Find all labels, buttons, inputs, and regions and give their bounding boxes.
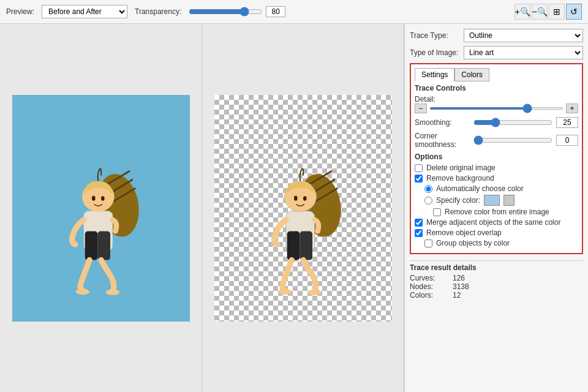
auto-color-radio[interactable] xyxy=(424,185,432,193)
before-image-svg xyxy=(40,113,162,303)
preview-area xyxy=(0,24,404,392)
smoothing-slider[interactable] xyxy=(473,118,552,127)
merge-adjacent-checkbox[interactable] xyxy=(415,219,423,227)
toolbar-icon-group: +🔍 −🔍 ⊞ ↺ xyxy=(514,4,582,20)
specify-color-label: Specify color: xyxy=(436,196,480,205)
app-container: Preview: Before and After Before After S… xyxy=(0,0,588,392)
remove-overlap-label: Remove object overlap xyxy=(426,228,502,237)
result-row-nodes: Nodes: 3138 xyxy=(410,282,583,291)
svg-rect-18 xyxy=(287,231,300,260)
after-image-container xyxy=(214,95,392,322)
toolbar: Preview: Before and After Before After S… xyxy=(0,0,588,24)
tab-settings[interactable]: Settings xyxy=(415,68,454,81)
type-of-image-row: Type of Image: Line art Technical drawin… xyxy=(410,46,583,59)
remove-color-entire-row: Remove color from entire image xyxy=(433,208,578,216)
remove-color-entire-checkbox[interactable] xyxy=(433,208,441,216)
colors-key: Colors: xyxy=(410,291,447,300)
options-section: Options Delete original image Remove bac… xyxy=(415,153,578,247)
remove-overlap-row: Remove object overlap xyxy=(415,228,578,237)
delete-original-label: Delete original image xyxy=(426,164,496,172)
transparency-slider[interactable] xyxy=(189,7,262,17)
specify-color-row: Specify color: xyxy=(424,195,578,206)
group-by-color-checkbox[interactable] xyxy=(424,239,432,247)
merge-adjacent-label: Merge adjacent objects of the same color xyxy=(426,218,560,227)
svg-point-9 xyxy=(91,196,95,201)
nodes-key: Nodes: xyxy=(410,282,447,291)
remove-background-row: Remove background xyxy=(415,174,578,183)
specify-color-radio[interactable] xyxy=(424,197,432,205)
reset-button[interactable]: ↺ xyxy=(566,4,582,20)
preview-after xyxy=(202,24,404,392)
svg-point-23 xyxy=(277,288,292,294)
type-of-image-label: Type of Image: xyxy=(410,48,459,57)
after-image-svg xyxy=(242,113,364,303)
tab-row: Settings Colors xyxy=(415,68,578,81)
remove-background-label: Remove background xyxy=(426,174,494,183)
corner-smoothness-slider[interactable] xyxy=(473,135,552,145)
remove-color-entire-label: Remove color from entire image xyxy=(445,208,549,216)
svg-point-24 xyxy=(307,289,322,295)
trace-type-label: Trace Type: xyxy=(410,31,459,40)
transparency-control xyxy=(189,6,285,17)
preview-before xyxy=(0,24,202,392)
delete-original-checkbox[interactable] xyxy=(415,164,423,172)
transparency-value-input[interactable] xyxy=(266,6,285,17)
preview-select[interactable]: Before and After Before After Split xyxy=(42,5,127,18)
trace-type-select[interactable]: Outline Centerline Inpaint xyxy=(464,29,583,42)
remove-background-checkbox[interactable] xyxy=(415,175,423,183)
svg-rect-6 xyxy=(85,231,97,260)
zoom-out-button[interactable]: −🔍 xyxy=(532,4,548,20)
corner-smoothness-label: Corner smoothness: xyxy=(415,132,470,149)
group-by-color-label: Group objects by color xyxy=(436,239,510,247)
group-by-color-row: Group objects by color xyxy=(424,239,578,247)
smoothing-value-input[interactable] xyxy=(556,117,578,128)
detail-section: Detail: − + xyxy=(415,95,578,113)
curves-key: Curves: xyxy=(410,274,447,282)
result-row-curves: Curves: 126 xyxy=(410,274,583,282)
result-row-colors: Colors: 12 xyxy=(410,291,583,300)
remove-overlap-checkbox[interactable] xyxy=(415,229,423,237)
corner-smoothness-row: Corner smoothness: xyxy=(415,132,578,149)
color-swatch-blue[interactable] xyxy=(484,195,500,206)
detail-minus-button[interactable]: − xyxy=(415,104,427,113)
detail-plus-button[interactable]: + xyxy=(566,104,578,113)
detail-row: − + xyxy=(415,104,578,113)
nodes-value: 3138 xyxy=(453,282,469,291)
right-panel: Trace Type: Outline Centerline Inpaint T… xyxy=(404,24,588,392)
curves-value: 126 xyxy=(453,274,465,282)
trace-controls-title: Trace Controls xyxy=(415,84,578,92)
trace-result-section: Trace result details Curves: 126 Nodes: … xyxy=(410,260,583,300)
transparency-label: Transparency: xyxy=(135,7,181,16)
detail-slider[interactable] xyxy=(429,107,564,110)
options-title: Options xyxy=(415,153,578,161)
preview-label: Preview: xyxy=(6,7,34,16)
delete-original-row: Delete original image xyxy=(415,164,578,172)
color-swatch-gray[interactable] xyxy=(503,195,514,206)
svg-point-21 xyxy=(293,196,297,201)
smoothing-label: Smoothing: xyxy=(415,118,470,127)
auto-color-row: Automatically choose color xyxy=(424,184,578,193)
svg-point-10 xyxy=(101,196,105,201)
zoom-in-button[interactable]: +🔍 xyxy=(514,4,530,20)
svg-rect-19 xyxy=(300,231,312,260)
trace-type-row: Trace Type: Outline Centerline Inpaint xyxy=(410,29,583,42)
corner-smoothness-value-input[interactable] xyxy=(556,135,578,146)
detail-label: Detail: xyxy=(415,95,578,104)
svg-rect-7 xyxy=(97,231,110,260)
auto-color-label: Automatically choose color xyxy=(436,184,524,193)
fit-button[interactable]: ⊞ xyxy=(549,4,565,20)
tab-colors[interactable]: Colors xyxy=(454,68,489,81)
svg-point-12 xyxy=(105,289,119,295)
type-of-image-select[interactable]: Line art Technical drawing Artwork (Blac… xyxy=(464,46,583,59)
trace-result-title: Trace result details xyxy=(410,263,583,272)
colors-value: 12 xyxy=(453,291,461,300)
content-area: Trace Type: Outline Centerline Inpaint T… xyxy=(0,24,588,392)
before-image-container xyxy=(12,95,190,322)
merge-adjacent-row: Merge adjacent objects of the same color xyxy=(415,218,578,227)
settings-box: Settings Colors Trace Controls Detail: −… xyxy=(410,63,583,254)
smoothing-row: Smoothing: xyxy=(415,117,578,128)
svg-point-22 xyxy=(303,196,307,201)
svg-point-11 xyxy=(75,288,89,294)
svg-rect-5 xyxy=(83,211,112,234)
